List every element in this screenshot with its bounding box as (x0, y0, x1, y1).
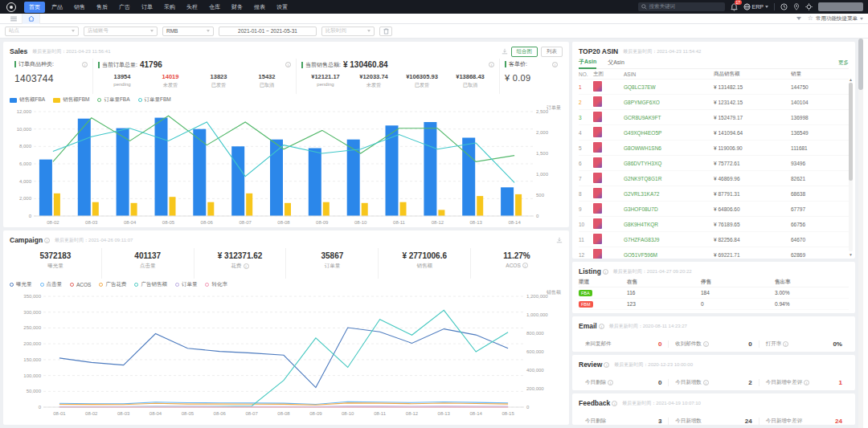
currency-select[interactable]: RMB (162, 26, 214, 36)
legend-item-订单量[interactable]: 订单量 (175, 281, 198, 288)
svg-text:1,000: 1,000 (536, 172, 549, 177)
svg-text:150,000: 150,000 (23, 357, 41, 362)
legend-item-广告销售额[interactable]: 广告销售额 (134, 281, 167, 288)
page-scrollbar[interactable] (858, 39, 863, 428)
asin-table-scrollbar[interactable]: ▲ ▼ (848, 77, 854, 257)
legend-item-广告花费[interactable]: 广告花费 (99, 281, 126, 288)
nav-item-设置[interactable]: 设置 (272, 2, 293, 13)
export-icon[interactable] (556, 237, 563, 243)
nav-item-产品[interactable]: 产品 (47, 2, 68, 13)
info-icon[interactable]: i (604, 362, 609, 368)
tab-menu-grid[interactable] (5, 14, 23, 24)
info-icon[interactable]: i (608, 380, 613, 385)
erp-dropdown[interactable]: ERP (743, 3, 768, 10)
info-icon[interactable]: i (599, 324, 604, 329)
combo-chart-button[interactable]: 组合图 (511, 47, 538, 57)
global-search-input[interactable]: 搜索关键词 (638, 2, 725, 11)
asin-link[interactable]: G2NK9TQ8G1R (624, 176, 714, 181)
legend-item-订单量FBM[interactable]: 订单量FBM (138, 96, 171, 104)
feedback-updated: 最后更新时间：2021-04-19 10:07:10 (622, 400, 701, 407)
help-icon[interactable] (780, 3, 788, 10)
campaign-kpi-value: 401137 (102, 251, 194, 260)
date-range-input[interactable]: 2021-01-01 ~ 2021-05-31 (219, 26, 317, 36)
info-icon[interactable]: i (44, 238, 50, 243)
asin-link[interactable]: GO51VF596M (624, 252, 714, 258)
quick-access-dropdown[interactable]: ☆ 常用功能快捷菜单 (808, 15, 863, 22)
notifications-button[interactable]: 17 (731, 3, 738, 11)
svg-text:08-03: 08-03 (117, 411, 130, 416)
nav-item-广告[interactable]: 广告 (114, 2, 135, 13)
svg-text:6,000: 6,000 (19, 161, 32, 166)
collapse-chevron-icon[interactable] (796, 17, 801, 20)
legend-item-曝光量[interactable]: 曝光量 (10, 281, 32, 288)
row-qty: 62869 (791, 252, 849, 258)
compare-select[interactable]: 比较时间 (321, 26, 375, 36)
nav-item-头程[interactable]: 头程 (182, 2, 203, 13)
app-logo-icon[interactable] (6, 2, 16, 12)
account-select[interactable]: 店铺账号 (84, 26, 158, 36)
asin-link[interactable]: GQ8LC37EW (624, 84, 714, 90)
legend-item-销售额FBM[interactable]: 销售额FBM (53, 96, 89, 104)
scroll-down-icon[interactable]: ▼ (849, 252, 853, 257)
nav-item-首页[interactable]: 首页 (24, 2, 45, 13)
home-icon (28, 15, 35, 22)
clear-filter-button[interactable] (379, 26, 392, 36)
nav-item-采购[interactable]: 采购 (159, 2, 180, 13)
info-icon[interactable]: i (703, 380, 709, 385)
legend-label: 订单量FBM (145, 96, 171, 104)
kpi-sub-label: pending (98, 82, 146, 87)
legend-item-ACOS[interactable]: ACOS (70, 282, 91, 287)
scrollbar-thumb[interactable] (858, 39, 863, 90)
user-avatar[interactable] (818, 2, 863, 11)
col-image: 主图 (593, 71, 624, 78)
kpi-amount-label: 当前销售总额: (305, 61, 341, 69)
stat-value: 0 (658, 379, 661, 386)
nav-item-仓库[interactable]: 仓库 (204, 2, 225, 13)
asin-link[interactable]: G8PYMGF6XO (624, 100, 714, 105)
row-qty: 82621 (791, 176, 849, 181)
asin-link[interactable]: G7HZFAG83J9 (624, 237, 714, 243)
asin-link[interactable]: G86DVTYH3XQ (624, 161, 714, 166)
legend-item-转化率[interactable]: 转化率 (205, 281, 227, 288)
info-icon[interactable]: i (612, 401, 617, 406)
nav-item-财务[interactable]: 财务 (227, 2, 248, 13)
info-icon[interactable]: i (804, 380, 809, 385)
right-column: TOP20 ASIN 最后更新时间：2021-04-23 11:54:42 子A… (572, 42, 855, 425)
kpi-unit-price: 客单价: i ¥ 0.09 (500, 59, 563, 94)
scroll-up-icon[interactable]: ▲ (849, 77, 853, 82)
info-icon[interactable]: i (244, 263, 249, 269)
nav-item-报表[interactable]: 报表 (249, 2, 270, 13)
info-icon[interactable]: i (783, 341, 788, 347)
legend-item-销售额FBA[interactable]: 销售额FBA (10, 96, 45, 104)
more-link[interactable]: 更多 (838, 59, 849, 67)
filter-bar: 站点 店铺账号 RMB 2021-01-01 ~ 2021-05-31 比较时间 (0, 24, 868, 39)
info-icon[interactable]: i (603, 269, 608, 275)
list-view-button[interactable]: 列表 (541, 47, 563, 57)
asin-link[interactable]: G2VRL31KA72 (624, 191, 714, 197)
legend-item-订单量FBA[interactable]: 订单量FBA (97, 96, 129, 104)
tab-home[interactable] (23, 14, 40, 24)
nav-item-销售[interactable]: 销售 (69, 2, 90, 13)
site-select[interactable]: 站点 (5, 26, 79, 36)
legend-label: 广告销售额 (141, 281, 167, 288)
tab-parent-asin[interactable]: 父Asin (608, 57, 624, 68)
nav-item-售后[interactable]: 售后 (92, 2, 113, 13)
asin-link[interactable]: G49XQH4EO5P (624, 130, 714, 136)
info-icon[interactable]: i (489, 62, 494, 67)
asin-link[interactable]: G3HOF08U7D (624, 206, 714, 212)
asin-link[interactable]: GCR8U9AK9FT (624, 115, 714, 120)
nav-item-订单[interactable]: 订单 (137, 2, 158, 13)
location-icon[interactable] (793, 3, 800, 10)
info-icon[interactable]: i (703, 341, 709, 347)
legend-item-点击量[interactable]: 点击量 (40, 281, 63, 288)
info-icon[interactable]: i (285, 62, 291, 67)
info-icon[interactable]: i (82, 62, 88, 67)
asin-link[interactable]: G8OWWH1SN6 (624, 145, 714, 151)
asin-link[interactable]: G8K9H4TKQR (624, 222, 714, 227)
svg-text:250,000: 250,000 (23, 325, 41, 330)
info-icon[interactable]: i (522, 263, 528, 268)
settings-icon[interactable] (805, 3, 813, 10)
tab-child-asin[interactable]: 子Asin (579, 56, 596, 69)
info-icon[interactable]: i (552, 62, 558, 67)
export-icon[interactable] (502, 48, 508, 55)
